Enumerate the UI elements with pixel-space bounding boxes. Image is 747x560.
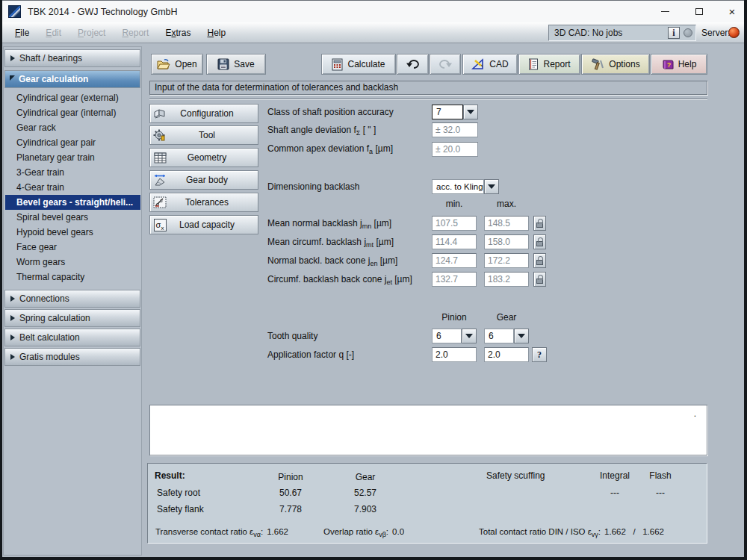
tooth-quality-pinion-dropdown-button[interactable]: [462, 329, 477, 343]
accuracy-dropdown-button[interactable]: [463, 105, 478, 119]
sidebar-section-gear-calculation[interactable]: Gear calculation: [4, 70, 140, 88]
application-factor-pinion-input[interactable]: [432, 347, 477, 362]
tooth-quality-gear-dropdown-button[interactable]: [514, 329, 529, 343]
scuffing-integral-value: ---: [591, 488, 639, 498]
flash-header: Flash: [636, 470, 684, 481]
shaft-angle-label: Shaft angle deviation fΣ [ " ]: [267, 125, 376, 137]
geometry-button[interactable]: Geometry: [149, 148, 258, 167]
safety-root-gear-value: 52.57: [341, 488, 389, 498]
sidebar-item-spiral-bevel-gears[interactable]: Spiral bevel gears: [5, 210, 140, 225]
window-border-right: [744, 0, 747, 560]
cad-status-text: 3D CAD: No jobs: [554, 28, 668, 38]
collapsed-arrow-icon: [10, 335, 15, 340]
backlash-max-input: [484, 216, 529, 231]
sidebar-section-connections[interactable]: Connections: [4, 290, 140, 308]
result-pinion-header: Pinion: [267, 472, 314, 482]
result-title: Result:: [155, 470, 185, 481]
result-panel: Result: Pinion Gear Safety scuffing Inte…: [147, 463, 707, 544]
page-title: Input of the data for determination of t…: [149, 81, 707, 95]
sidebar-item-gear-rack[interactable]: Gear rack: [5, 120, 140, 135]
menu-file[interactable]: File: [7, 28, 37, 38]
lock-button[interactable]: [533, 253, 546, 268]
load-capacity-button[interactable]: σx Load capacity: [149, 215, 258, 234]
report-button[interactable]: Report: [518, 54, 580, 75]
sidebar-item-cylindrical-gear-external[interactable]: Cylindrical gear (external): [5, 90, 140, 105]
lock-button[interactable]: [533, 272, 546, 287]
chevron-down-icon: [467, 110, 474, 114]
sidebar-section-belt-calculation[interactable]: Belt calculation: [4, 329, 140, 346]
tooth-quality-gear-select[interactable]: 6: [484, 329, 514, 343]
max-column-header: max.: [484, 199, 529, 209]
sidebar-section-gratis-modules[interactable]: Gratis modules: [4, 348, 140, 366]
cad-button[interactable]: CAD: [462, 54, 518, 75]
tolerances-button[interactable]: Tolerances: [149, 193, 258, 212]
save-floppy-icon: [217, 58, 229, 70]
tolerances-chart-icon: [153, 196, 167, 208]
menu-extras[interactable]: Extras: [157, 28, 199, 38]
chevron-down-icon: [488, 184, 495, 189]
application-factor-label: Application factor q [-]: [267, 349, 354, 360]
sidebar-item-bevel-gears-straight-helical[interactable]: Bevel gears - straight/heli...: [5, 195, 140, 210]
sidebar-item-planetary-gear-train[interactable]: Planetary gear train: [5, 150, 140, 165]
configuration-book-icon: [153, 108, 167, 119]
pinion-column-header: Pinion: [432, 312, 477, 323]
tooth-quality-label: Tooth quality: [267, 331, 317, 341]
sidebar-item-face-gear[interactable]: Face gear: [5, 240, 140, 255]
gear-body-button[interactable]: Gear body: [149, 170, 258, 190]
sidebar-item-3-gear-train[interactable]: 3-Gear train: [5, 165, 140, 180]
calculate-button[interactable]: Calculate: [321, 54, 396, 75]
menu-report: Report: [114, 28, 157, 38]
collapsed-arrow-icon: [10, 354, 15, 360]
integral-header: Integral: [591, 470, 639, 481]
server-status-indicator: [728, 27, 740, 38]
tool-button[interactable]: Tool: [149, 125, 258, 145]
info-button[interactable]: i: [668, 27, 680, 39]
backlash-max-input: [484, 234, 529, 249]
maximize-button[interactable]: [686, 1, 712, 22]
backlash-max-input: [484, 253, 529, 268]
lock-button[interactable]: [533, 216, 546, 231]
sidebar-item-cylindrical-gear-pair[interactable]: Cylindrical gear pair: [5, 135, 140, 150]
sidebar-item-cylindrical-gear-internal[interactable]: Cylindrical gear (internal): [5, 105, 140, 120]
open-button[interactable]: Open: [151, 54, 203, 75]
sidebar-item-thermal-capacity[interactable]: Thermal capacity: [5, 270, 140, 284]
minimize-button[interactable]: [652, 1, 678, 22]
accuracy-select[interactable]: 7: [432, 105, 463, 119]
backlash-row-label: Circumf. backlash back cone jet [µm]: [267, 274, 412, 286]
close-button[interactable]: ×: [719, 1, 745, 22]
lock-button[interactable]: [533, 234, 546, 249]
window-border-left: [0, 0, 2, 560]
sidebar-item-4-gear-train[interactable]: 4-Gear train: [5, 180, 140, 195]
dimensioning-backlash-select[interactable]: acc. to Klingelnberg: [432, 179, 484, 194]
sidebar-section-spring-calculation[interactable]: Spring calculation: [4, 309, 140, 327]
sidebar-item-worm-gears[interactable]: Worm gears: [5, 255, 140, 270]
options-button[interactable]: Options: [581, 54, 650, 75]
collapsed-arrow-icon: [10, 315, 15, 321]
application-factor-gear-input[interactable]: [484, 347, 529, 362]
load-capacity-sigma-icon: σx: [154, 219, 167, 231]
menu-help[interactable]: Help: [199, 28, 234, 38]
save-button[interactable]: Save: [206, 54, 266, 75]
tooth-quality-pinion-select[interactable]: 6: [432, 329, 462, 343]
apex-deviation-input: [432, 142, 478, 157]
message-area: .: [149, 405, 707, 455]
undo-button[interactable]: [397, 54, 429, 75]
tool-gear-icon: [153, 129, 167, 142]
app-window: TBK 2014 - GWJ Technology GmbH × File Ed…: [0, 0, 747, 560]
sidebar-section-shaft-bearings[interactable]: Shaft / bearings: [4, 49, 140, 67]
shaft-angle-input: [432, 122, 478, 137]
sidebar-item-hypoid-bevel-gears[interactable]: Hypoid bevel gears: [5, 225, 140, 240]
help-button[interactable]: ? Help: [651, 54, 707, 75]
backlash-min-input: [432, 272, 477, 287]
accuracy-label: Class of shaft position accuracy: [267, 107, 394, 117]
sidebar: Shaft / bearings Gear calculation Cylind…: [3, 46, 142, 556]
window-title: TBK 2014 - GWJ Technology GmbH: [28, 7, 178, 17]
window-border-bottom: [0, 557, 747, 560]
options-tools-icon: [591, 58, 604, 70]
server-label: Server:: [701, 28, 731, 38]
dimensioning-backlash-dropdown-button[interactable]: [484, 179, 499, 194]
application-factor-help-button[interactable]: ?: [532, 347, 547, 362]
title-bar: TBK 2014 - GWJ Technology GmbH ×: [2, 1, 744, 22]
backlash-min-input: [432, 234, 477, 249]
configuration-button[interactable]: Configuration: [149, 104, 258, 123]
